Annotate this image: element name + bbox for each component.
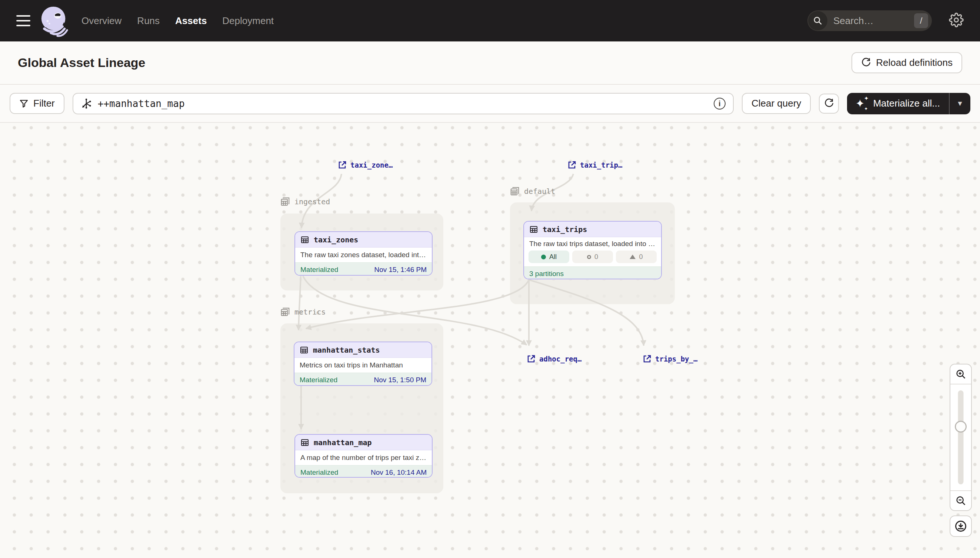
refresh-graph-button[interactable] [819,94,839,113]
partition-health-row: All 0 0 [524,251,661,266]
ring-icon [587,255,591,259]
materialize-all-button[interactable]: ✦✦✦ Materialize all... [847,93,949,114]
nav-item-runs[interactable]: Runs [137,15,160,27]
asset-status-row: 3 partitions [524,266,661,279]
asset-status-row: Materialized Nov 15, 1:46 PM [295,263,432,276]
materialization-timestamp: Nov 15, 1:50 PM [374,376,426,384]
magnifier-plus-icon [955,369,966,380]
asset-node-taxi-zones[interactable]: taxi_zones The raw taxi zones dataset, l… [295,231,433,276]
status-badge: Materialized [300,468,338,477]
asset-status-row: Materialized Nov 16, 10:14 AM [295,465,432,478]
search-icon [808,11,827,30]
asset-description: The raw taxi zones dataset, loaded int… [295,248,432,263]
refresh-icon [824,98,834,108]
triangle-icon [630,254,636,259]
table-icon [300,235,309,244]
top-nav: Overview Runs Assets Deployment Search… … [0,0,980,41]
external-asset-link-taxi-trip[interactable]: taxi_trip… [567,161,622,169]
external-link-icon [338,161,347,169]
hamburger-menu-icon[interactable] [16,15,30,26]
funnel-icon [19,99,28,108]
materialization-timestamp: Nov 15, 1:46 PM [374,266,427,274]
search-input[interactable]: Search… / [807,10,932,31]
search-placeholder: Search… [833,15,914,27]
partition-badge-missing[interactable]: 0 [572,251,613,263]
external-asset-link-trips-by-week[interactable]: trips_by_… [642,354,697,363]
table-icon [300,438,309,447]
page-header: Global Asset Lineage Reload definitions [0,41,980,85]
gear-icon[interactable] [949,13,964,29]
dagster-logo-icon[interactable] [38,5,70,37]
asset-status-row: Materialized Nov 15, 1:50 PM [295,373,432,386]
info-icon[interactable]: i [714,98,726,110]
lineage-canvas[interactable]: ingested default metrics taxi_zone… taxi… [0,123,980,558]
materialize-dropdown-caret[interactable]: ▼ [950,93,970,114]
zoom-in-button[interactable] [950,364,971,384]
green-dot-icon [541,254,546,259]
materialize-split-button: ✦✦✦ Materialize all... ▼ [847,93,970,114]
external-asset-link-taxi-zone[interactable]: taxi_zone… [338,161,393,169]
primary-nav: Overview Runs Assets Deployment [81,15,274,27]
recenter-download-button[interactable] [950,515,972,537]
status-badge: Materialized [300,266,338,274]
asset-description: Metrics on taxi trips in Manhattan [295,358,432,373]
zoom-controls [950,364,972,511]
group-label-ingested[interactable]: ingested [280,197,330,207]
zoom-slider-handle[interactable] [955,421,967,433]
asset-description: A map of the number of trips per taxi z… [295,450,432,465]
refresh-icon [861,58,871,68]
page-title: Global Asset Lineage [18,56,852,70]
asset-selector-icon [81,98,92,109]
asset-node-header: taxi_trips [524,222,661,237]
group-label-metrics[interactable]: metrics [280,307,326,317]
zoom-slider-track[interactable] [958,391,964,484]
filter-button[interactable]: Filter [10,93,64,114]
asset-node-manhattan-map[interactable]: manhattan_map A map of the number of tri… [295,434,433,478]
external-link-icon [567,161,576,169]
lineage-edges [0,123,980,558]
lineage-toolbar: Filter ++manhattan_map i Clear query ✦✦✦… [0,85,980,123]
asset-node-header: manhattan_map [295,435,432,450]
external-link-icon [642,354,652,363]
magnifier-minus-icon [955,495,966,506]
partition-badge-failed[interactable]: 0 [616,251,657,263]
asset-node-manhattan-stats[interactable]: manhattan_stats Metrics on taxi trips in… [294,341,432,386]
zoom-out-button[interactable] [950,490,971,510]
table-icon [300,346,308,354]
asset-node-header: manhattan_stats [295,342,432,358]
asset-node-taxi-trips[interactable]: taxi_trips The raw taxi trips dataset, l… [523,221,662,279]
asset-group-icon [280,307,290,317]
partition-badge-all[interactable]: All [529,251,569,263]
zoom-slider[interactable] [950,384,971,490]
table-icon [529,225,538,234]
partitions-count: 3 partitions [529,270,564,278]
download-circle-icon [954,520,967,532]
nav-item-assets[interactable]: Assets [175,15,207,27]
nav-item-overview[interactable]: Overview [81,15,122,27]
search-shortcut-badge: / [914,13,928,28]
asset-selection-input[interactable]: ++manhattan_map i [72,93,734,114]
external-asset-link-adhoc-request[interactable]: adhoc_req… [527,354,581,363]
nav-item-deployment[interactable]: Deployment [222,15,274,27]
status-badge: Materialized [300,376,338,384]
asset-group-icon [510,187,520,196]
materialization-timestamp: Nov 16, 10:14 AM [371,468,427,477]
asset-selection-value: ++manhattan_map [98,98,185,109]
external-link-icon [527,354,535,363]
group-label-default[interactable]: default [510,187,555,196]
sparkles-icon: ✦✦✦ [855,97,868,111]
asset-group-icon [280,197,290,207]
asset-description: The raw taxi trips dataset, loaded into … [524,237,661,251]
clear-query-button[interactable]: Clear query [742,93,811,114]
reload-definitions-button[interactable]: Reload definitions [852,52,962,73]
asset-node-header: taxi_zones [295,232,432,248]
